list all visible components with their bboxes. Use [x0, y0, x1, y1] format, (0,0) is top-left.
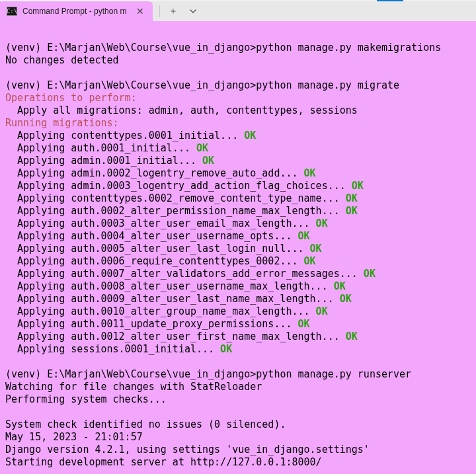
terminal-line: Django version 4.2.1, using settings 'vu… [5, 444, 471, 456]
tab-title: Command Prompt - python m [22, 7, 126, 16]
terminal-line: Applying auth.0008_alter_user_username_m… [5, 280, 471, 293]
terminal-line: Applying auth.0005_alter_user_last_login… [5, 243, 471, 255]
terminal-line: (venv) E:\Marjan\Web\Course\vue_in_djang… [5, 42, 471, 54]
blank-line [5, 356, 471, 368]
new-tab-button[interactable]: ＋ [164, 2, 182, 20]
blank-line [5, 29, 471, 42]
terminal-line: Applying contenttypes.0001_initial... OK [5, 130, 471, 142]
terminal-line: No changes detected [5, 54, 471, 67]
accent-indicator [377, 0, 403, 1]
terminal-line: Applying auth.0003_alter_user_email_max_… [5, 217, 471, 230]
terminal-line: Applying auth.0010_alter_group_name_max_… [5, 305, 471, 318]
terminal-line: Applying auth.0006_require_contenttypes_… [5, 255, 471, 268]
terminal-line: Watching for file changes with StatReloa… [5, 381, 471, 393]
tab-bar: C:\ Command Prompt - python m ✕ ＋ [0, 1, 476, 21]
blank-line [5, 67, 471, 79]
blank-line [5, 406, 471, 418]
terminal-line: Applying auth.0004_alter_user_username_o… [5, 230, 471, 243]
terminal-line: Applying auth.0002_alter_permission_name… [5, 205, 471, 217]
terminal-body[interactable]: (venv) E:\Marjan\Web\Course\vue_in_djang… [0, 21, 476, 474]
terminal-line: Applying contenttypes.0002_remove_conten… [5, 192, 471, 205]
terminal-line: Applying auth.0012_alter_user_first_name… [5, 331, 471, 343]
terminal-line: Applying sessions.0001_initial... OK [5, 343, 471, 356]
terminal-line: Running migrations: [5, 117, 471, 130]
window-top-edge [0, 0, 476, 1]
close-icon[interactable]: ✕ [134, 5, 146, 17]
terminal-line: (venv) E:\Marjan\Web\Course\vue_in_djang… [5, 79, 471, 92]
tabbar-actions: ＋ [153, 2, 202, 20]
terminal-tab[interactable]: C:\ Command Prompt - python m ✕ [0, 1, 153, 21]
terminal-line: Applying auth.0009_alter_user_last_name_… [5, 293, 471, 305]
terminal-line: System check identified no issues (0 sil… [5, 418, 471, 431]
terminal-line: Applying auth.0001_initial... OK [5, 142, 471, 155]
terminal-line: (venv) E:\Marjan\Web\Course\vue_in_djang… [5, 368, 471, 381]
terminal-line: Applying admin.0003_logentry_add_action_… [5, 180, 471, 192]
terminal-line: Starting development server at http://12… [5, 456, 471, 469]
terminal-line: Performing system checks... [5, 393, 471, 406]
divider [159, 5, 160, 17]
terminal-line: Applying admin.0001_initial... OK [5, 155, 471, 167]
terminal-line: Applying admin.0002_logentry_remove_auto… [5, 167, 471, 180]
terminal-line: Operations to perform: [5, 92, 471, 104]
terminal-line: Applying auth.0007_alter_validators_add_… [5, 268, 471, 280]
terminal-line: Applying auth.0011_update_proxy_permissi… [5, 318, 471, 331]
chevron-down-icon [190, 9, 196, 13]
terminal-line: Apply all migrations: admin, auth, conte… [5, 104, 471, 117]
terminal-line: May 15, 2023 - 21:01:57 [5, 431, 471, 444]
cmd-icon: C:\ [7, 7, 17, 16]
tab-dropdown-button[interactable] [184, 2, 202, 20]
